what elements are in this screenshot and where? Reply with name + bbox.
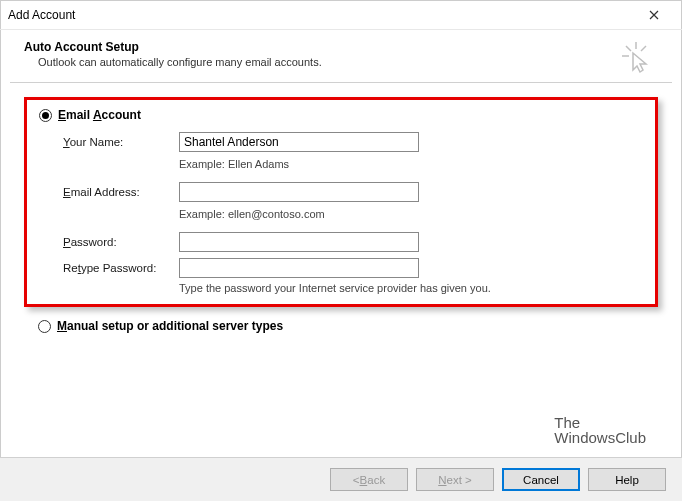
button-bar: < Back Next > Cancel Help <box>0 457 682 501</box>
cancel-button[interactable]: Cancel <box>502 468 580 491</box>
retype-password-label: Retype Password: <box>63 262 173 274</box>
password-label: Password: <box>63 236 173 248</box>
next-button: Next > <box>416 468 494 491</box>
svg-line-1 <box>626 46 631 51</box>
dialog-title: Add Account <box>8 8 634 22</box>
radio-icon <box>38 320 51 333</box>
email-account-section: Email Account Your Name: Example: Ellen … <box>24 97 658 307</box>
password-hint: Type the password your Internet service … <box>179 282 643 294</box>
retype-password-input[interactable] <box>179 258 419 278</box>
radio-email-account[interactable]: Email Account <box>39 108 643 122</box>
watermark: The WindowsClub <box>554 415 646 445</box>
email-input[interactable] <box>179 182 419 202</box>
close-icon <box>649 10 659 20</box>
radio-email-account-label: Email Account <box>58 108 141 122</box>
your-name-input[interactable] <box>179 132 419 152</box>
email-label: Email Address: <box>63 186 173 198</box>
help-button[interactable]: Help <box>588 468 666 491</box>
svg-line-2 <box>641 46 646 51</box>
email-hint: Example: ellen@contoso.com <box>179 208 419 220</box>
form-grid: Your Name: Example: Ellen Adams Email Ad… <box>63 132 643 278</box>
your-name-label: Your Name: <box>63 136 173 148</box>
password-input[interactable] <box>179 232 419 252</box>
radio-icon <box>39 109 52 122</box>
body-area: Email Account Your Name: Example: Ellen … <box>0 83 682 333</box>
cursor-click-icon <box>618 40 654 79</box>
header-subtitle: Outlook can automatically configure many… <box>24 56 658 68</box>
header-block: Auto Account Setup Outlook can automatic… <box>0 30 682 78</box>
add-account-dialog: Add Account Auto Account Setup Outlook c… <box>0 0 682 501</box>
watermark-line2: WindowsClub <box>554 430 646 445</box>
close-button[interactable] <box>634 1 674 29</box>
titlebar: Add Account <box>0 0 682 30</box>
header-title: Auto Account Setup <box>24 40 658 54</box>
watermark-line1: The <box>554 415 646 430</box>
back-button: < Back <box>330 468 408 491</box>
radio-manual-setup-label: Manual setup or additional server types <box>57 319 283 333</box>
your-name-hint: Example: Ellen Adams <box>179 158 419 170</box>
radio-manual-setup[interactable]: Manual setup or additional server types <box>38 319 658 333</box>
